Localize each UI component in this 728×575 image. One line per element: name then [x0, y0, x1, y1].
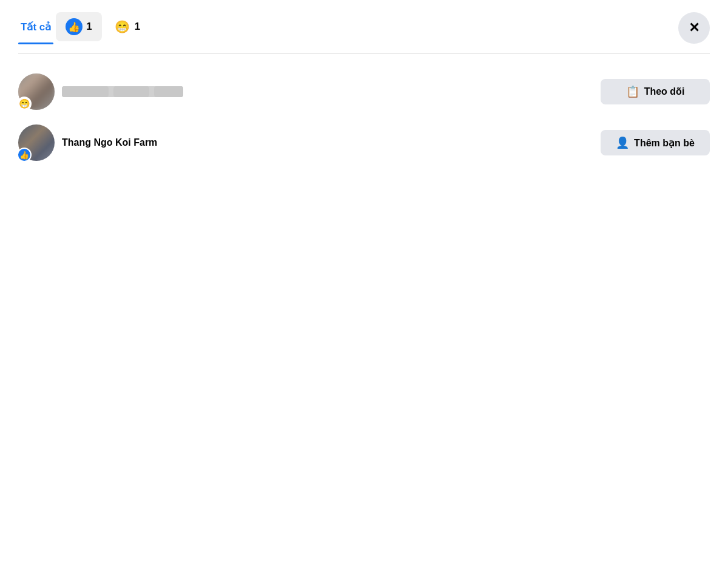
add-friend-icon: 👤	[616, 136, 629, 149]
blur-block-1	[62, 86, 109, 97]
theo-doi-button[interactable]: 📋 Theo dõi	[601, 79, 710, 104]
people-list: 😁 📋 Theo dõi 👍	[18, 69, 710, 166]
person-left-2: 👍 Thang Ngo Koi Farm	[18, 124, 157, 161]
tabs-row: Tất cả 👍 1 😁 1	[18, 12, 710, 41]
like-reaction-icon: 👍	[66, 18, 83, 35]
reaction-badge-1: 😁	[17, 97, 32, 111]
tab-haha[interactable]: 😁 1	[104, 12, 150, 41]
theo-doi-label: Theo dõi	[644, 86, 685, 97]
them-ban-be-label: Thêm bạn bè	[634, 137, 695, 149]
like-count: 1	[86, 21, 92, 33]
person-left-1: 😁	[18, 73, 183, 110]
close-button[interactable]: ✕	[678, 12, 710, 44]
tab-divider	[18, 53, 710, 54]
blur-block-2	[113, 86, 149, 97]
avatar: 😁	[18, 73, 55, 110]
tab-all-label: Tất cả	[21, 21, 51, 33]
avatar: 👍	[18, 124, 55, 161]
person-name-blurred	[62, 86, 183, 97]
follow-icon: 📋	[626, 85, 639, 98]
blur-block-3	[154, 86, 183, 97]
table-row: 👍 Thang Ngo Koi Farm 👤 Thêm bạn bè	[18, 120, 710, 166]
haha-count: 1	[135, 21, 140, 33]
tab-all[interactable]: Tất cả	[18, 15, 53, 39]
main-container: Tất cả 👍 1 😁 1 ✕ 😁	[0, 0, 728, 178]
person-name-2: Thang Ngo Koi Farm	[62, 137, 157, 148]
haha-reaction-icon: 😁	[114, 18, 131, 35]
them-ban-be-button[interactable]: 👤 Thêm bạn bè	[601, 130, 710, 155]
reaction-badge-2: 👍	[17, 148, 32, 162]
table-row: 😁 📋 Theo dõi	[18, 69, 710, 115]
close-icon: ✕	[689, 20, 699, 36]
tab-like[interactable]: 👍 1	[56, 12, 101, 41]
